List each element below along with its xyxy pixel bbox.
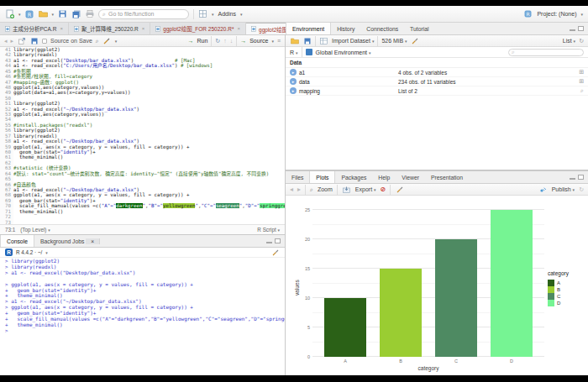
- code-tools-icon[interactable]: [102, 36, 112, 45]
- zoom-plot-button[interactable]: Zoom: [318, 186, 333, 192]
- next-plot-icon[interactable]: ▸: [297, 186, 301, 193]
- save-all-icon[interactable]: [71, 9, 81, 18]
- minimize-icon[interactable]: [570, 29, 575, 31]
- minimize-icon[interactable]: [570, 178, 575, 180]
- prev-chunk-icon[interactable]: ↑: [223, 38, 227, 44]
- expand-object-icon[interactable]: ▸: [290, 87, 297, 94]
- rerun-icon[interactable]: ↻: [215, 38, 220, 44]
- save-icon[interactable]: [58, 9, 67, 18]
- tab-tutorial[interactable]: Tutorial: [404, 23, 434, 34]
- forward-icon[interactable]: ▸: [11, 38, 14, 44]
- popout-icon[interactable]: [17, 36, 26, 45]
- tab-viewer[interactable]: Viewer: [396, 171, 425, 183]
- find-icon[interactable]: ⌕: [96, 38, 99, 44]
- source-tab-0[interactable]: 主成分分析PCA.R×: [0, 23, 69, 34]
- environment-row-mapping[interactable]: ▸mappingList of 2⌕: [286, 86, 588, 96]
- pane-layout-caret[interactable]: ▾: [212, 12, 214, 17]
- outline-icon[interactable]: ≡: [277, 38, 281, 44]
- run-icon[interactable]: →: [187, 38, 193, 44]
- scope-indicator[interactable]: (Top Level) ▾: [20, 227, 50, 233]
- r-script-icon: [74, 26, 79, 32]
- source-icon[interactable]: →: [240, 38, 246, 44]
- pane-layout-icon[interactable]: [198, 9, 207, 18]
- tab-plots[interactable]: Plots: [309, 171, 335, 183]
- print-icon[interactable]: [85, 9, 94, 18]
- remove-plot-icon[interactable]: ⊘: [381, 186, 386, 193]
- back-icon[interactable]: ◂: [4, 38, 8, 44]
- legend-label: C: [557, 294, 560, 299]
- clear-environment-icon[interactable]: [411, 36, 420, 45]
- tab-presentation[interactable]: Presentation: [425, 171, 469, 183]
- expand-object-icon[interactable]: ▸: [290, 78, 297, 85]
- publish-button[interactable]: Publish ▾: [552, 186, 575, 192]
- run-button[interactable]: Run: [197, 38, 207, 44]
- tab-environment[interactable]: Environment: [286, 23, 331, 34]
- open-file-icon[interactable]: [39, 9, 48, 18]
- source-button[interactable]: Source: [249, 38, 268, 44]
- expand-object-icon[interactable]: ▸: [290, 69, 297, 76]
- source-tab-1[interactable]: 聚_计算降维_250220.R×: [69, 23, 150, 34]
- save-workspace-icon[interactable]: [302, 36, 312, 45]
- bar-B: [380, 269, 422, 357]
- list-view-button[interactable]: List ▾: [563, 38, 575, 44]
- memory-usage-button[interactable]: 526 MiB ▾: [381, 38, 407, 44]
- maximize-icon[interactable]: [275, 238, 281, 243]
- environment-row-a1[interactable]: ▸a14 obs. of 2 variables⊞: [286, 68, 588, 77]
- console-output[interactable]: > library(ggplot2)> library(readxl)> a1 …: [0, 258, 285, 375]
- source-caret[interactable]: ▾: [271, 39, 274, 44]
- tab-background-jobs[interactable]: Background Jobs ×: [34, 235, 106, 247]
- source-tab-2[interactable]: ggplot2绘图_FOR 250220.R*×: [150, 23, 246, 34]
- r-version-label[interactable]: R 4.4.2 · ~/: [16, 249, 42, 255]
- view-table-icon[interactable]: ⊞: [579, 78, 584, 85]
- addins-caret[interactable]: ▾: [240, 12, 243, 17]
- wd-caret[interactable]: ▾: [45, 250, 48, 255]
- next-chunk-icon[interactable]: ↓: [230, 38, 234, 44]
- object-name: mapping: [299, 88, 398, 94]
- new-file-caret[interactable]: ▾: [18, 12, 21, 17]
- import-dataset-button[interactable]: Import Dataset ▾: [332, 38, 374, 44]
- source-on-save-checkbox[interactable]: [42, 39, 47, 44]
- environment-search-input[interactable]: ⌕: [508, 49, 584, 56]
- code-text[interactable]: library(ggplot2)library(readxl)a1 <- rea…: [13, 47, 285, 224]
- load-workspace-icon[interactable]: [290, 36, 299, 45]
- refresh-plot-icon[interactable]: ↻: [579, 186, 584, 193]
- new-file-icon[interactable]: [5, 9, 14, 18]
- environment-selector[interactable]: Global Environment ▾: [316, 50, 371, 55]
- new-project-icon[interactable]: R: [25, 9, 34, 18]
- export-button[interactable]: Export ▾: [355, 186, 376, 192]
- inspect-icon[interactable]: ⌕: [580, 87, 584, 94]
- code-editor[interactable]: 4142434445464748495051525354555657585960…: [0, 47, 285, 224]
- addins-menu[interactable]: Addins: [218, 11, 236, 17]
- previous-plot-icon[interactable]: ◂: [290, 186, 293, 193]
- project-caret[interactable]: ▾: [580, 12, 583, 17]
- code-tools-caret[interactable]: ▾: [115, 39, 118, 44]
- close-icon[interactable]: ×: [142, 26, 145, 31]
- tab-help[interactable]: Help: [372, 171, 396, 183]
- tab-history[interactable]: History: [331, 23, 360, 34]
- goto-file-input[interactable]: ⌕ Go to file/function: [98, 9, 189, 19]
- clear-console-icon[interactable]: [270, 248, 280, 257]
- language-selector[interactable]: R ▾: [290, 50, 298, 55]
- close-icon[interactable]: ×: [60, 26, 63, 31]
- close-icon[interactable]: ×: [238, 26, 241, 31]
- zoom-plot-icon[interactable]: ⌕: [310, 186, 313, 193]
- doc-type-selector[interactable]: R Script ▾: [257, 227, 280, 233]
- maximize-icon[interactable]: [578, 26, 584, 31]
- tab-connections[interactable]: Connections: [360, 23, 404, 34]
- open-file-caret[interactable]: ▾: [52, 12, 55, 17]
- tab-files[interactable]: Files: [286, 171, 309, 183]
- minimize-icon[interactable]: [266, 242, 272, 243]
- refresh-environment-icon[interactable]: ↻: [579, 38, 584, 44]
- tab-packages[interactable]: Packages: [335, 171, 372, 183]
- tab-console[interactable]: Console: [0, 235, 34, 247]
- view-table-icon[interactable]: ⊞: [579, 69, 584, 76]
- environment-row-data[interactable]: ▸data234 obs. of 11 variables⊞: [286, 77, 588, 86]
- legend-swatch: [548, 293, 554, 300]
- clear-plots-icon[interactable]: [395, 185, 404, 194]
- save-doc-icon[interactable]: [29, 36, 39, 45]
- global-env-icon: [306, 49, 312, 55]
- maximize-icon[interactable]: [578, 175, 584, 180]
- src-divider-2: [236, 36, 237, 46]
- close-icon[interactable]: ×: [86, 238, 100, 244]
- project-menu[interactable]: Project: (None): [537, 11, 576, 17]
